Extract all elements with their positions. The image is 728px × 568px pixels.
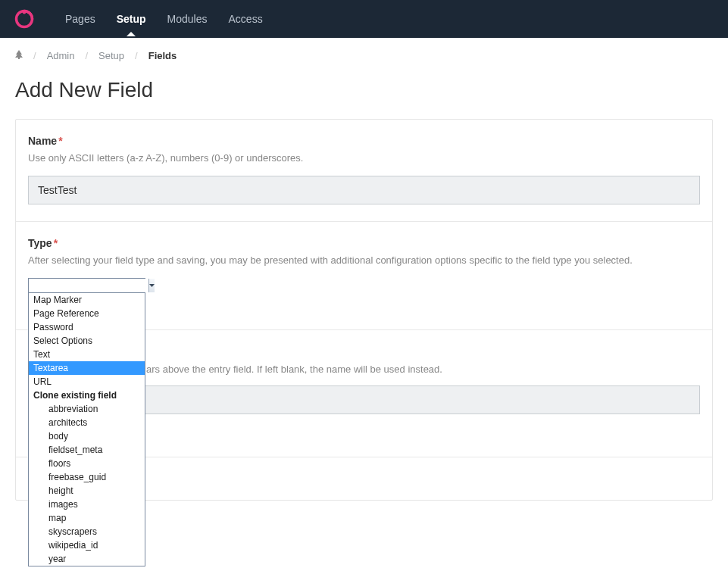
required-marker: * [54, 237, 58, 249]
breadcrumb-sep: / [135, 50, 138, 61]
nav-modules[interactable]: Modules [157, 2, 218, 36]
top-navbar: Pages Setup Modules Access [0, 0, 728, 38]
name-label: Name* [28, 135, 700, 147]
type-dropdown[interactable]: Map MarkerPage ReferencePasswordSelect O… [28, 293, 145, 566]
type-option[interactable]: freebase_guid [29, 470, 145, 484]
name-input[interactable] [28, 176, 700, 204]
type-option[interactable]: architects [29, 416, 145, 429]
name-desc: Use only ASCII letters (a-z A-Z), number… [28, 151, 700, 165]
type-combobox[interactable] [28, 278, 145, 293]
name-field-block: Name* Use only ASCII letters (a-z A-Z), … [16, 120, 712, 222]
page-title: Add New Field [15, 78, 713, 102]
type-option[interactable]: Page Reference [29, 307, 145, 320]
nav-pages[interactable]: Pages [55, 2, 106, 36]
type-desc: After selecting your field type and savi… [28, 254, 700, 267]
breadcrumb-sep: / [85, 50, 88, 61]
type-option[interactable]: Text [29, 348, 145, 361]
type-option[interactable]: year [29, 552, 145, 566]
main-nav: Pages Setup Modules Access [55, 2, 273, 36]
type-combo-input[interactable] [29, 279, 148, 292]
type-option[interactable]: URL [29, 375, 145, 389]
type-option[interactable]: images [29, 498, 145, 511]
nav-access[interactable]: Access [218, 2, 273, 36]
tree-icon[interactable] [15, 50, 23, 61]
breadcrumb-admin[interactable]: Admin [47, 50, 75, 61]
type-option[interactable]: body [29, 429, 145, 443]
form-panel: Name* Use only ASCII letters (a-z A-Z), … [15, 119, 713, 501]
type-label-text: Type [28, 237, 52, 249]
type-option[interactable]: height [29, 484, 145, 498]
type-option[interactable]: abbreviation [29, 402, 145, 416]
name-label-text: Name [28, 135, 57, 147]
svg-point-1 [23, 11, 26, 14]
app-logo-icon[interactable] [14, 8, 35, 30]
type-option: Clone existing field [29, 389, 145, 402]
type-option[interactable]: Map Marker [29, 293, 145, 307]
type-option[interactable]: skyscrapers [29, 525, 145, 538]
breadcrumb: / Admin / Setup / Fields [15, 50, 713, 61]
label-desc-partial: ars above the entry field. If left blank… [146, 364, 700, 375]
breadcrumb-setup[interactable]: Setup [98, 50, 124, 61]
type-option[interactable]: Select Options [29, 334, 145, 348]
type-option[interactable]: fieldset_meta [29, 443, 145, 457]
type-select[interactable]: Map MarkerPage ReferencePasswordSelect O… [28, 278, 145, 293]
type-combo-toggle[interactable] [148, 279, 155, 292]
type-option[interactable]: map [29, 511, 145, 525]
required-marker: * [58, 135, 62, 147]
nav-setup[interactable]: Setup [106, 2, 157, 36]
type-option[interactable]: Password [29, 320, 145, 334]
type-option[interactable]: Textarea [29, 361, 145, 375]
type-option[interactable]: floors [29, 457, 145, 470]
type-label: Type* [28, 237, 700, 249]
breadcrumb-fields[interactable]: Fields [148, 50, 177, 61]
type-field-block: Type* After selecting your field type an… [16, 222, 712, 330]
breadcrumb-sep: / [33, 50, 36, 61]
type-option[interactable]: wikipedia_id [29, 538, 145, 552]
